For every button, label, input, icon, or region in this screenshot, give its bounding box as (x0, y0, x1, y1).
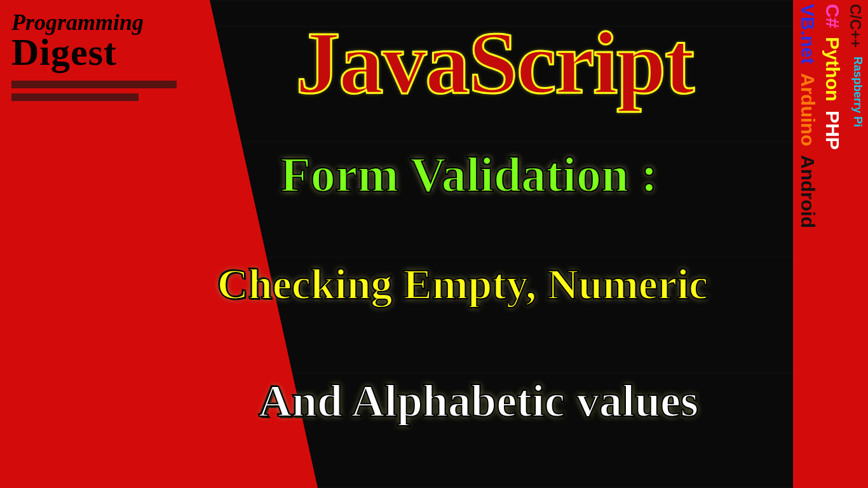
tag-ccpp: C/C++ (846, 4, 864, 48)
subtitle-alphabetic: And Alphabetic values (178, 375, 779, 428)
brand-underline-short (11, 93, 139, 101)
main-title: JavaScript (210, 11, 779, 114)
tag-arduino: Arduino (797, 73, 818, 146)
right-tags-panel: VB.net Arduino Android C# Python PHP C/C… (793, 0, 868, 488)
tags-col-1: VB.net Arduino Android (797, 4, 818, 484)
subtitle-checking: Checking Empty, Numeric (146, 259, 779, 309)
tag-vbnet: VB.net (797, 4, 818, 64)
tag-raspberry: Raspberry Pi (846, 57, 864, 127)
brand-underline (11, 81, 177, 88)
tags-col-2: C# Python PHP (822, 4, 843, 484)
subtitle-form-validation: Form Validation : (159, 146, 779, 203)
tags-col-3: C/C++ Raspberry Pi (846, 4, 864, 484)
brand-logo: Programming Digest (11, 9, 177, 101)
tag-php: PHP (822, 111, 843, 150)
brand-line2: Digest (11, 30, 177, 74)
tag-python: Python (822, 37, 843, 102)
tag-android: Android (797, 155, 818, 228)
tag-csharp: C# (822, 4, 843, 28)
